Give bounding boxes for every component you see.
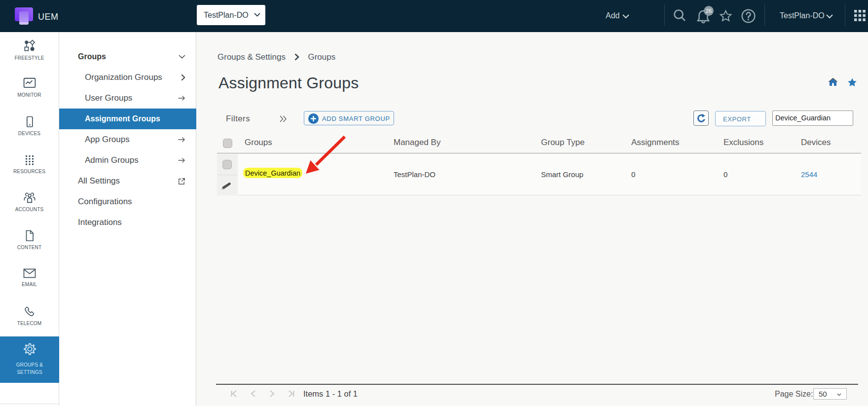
svg-text:26: 26 [706, 8, 712, 14]
